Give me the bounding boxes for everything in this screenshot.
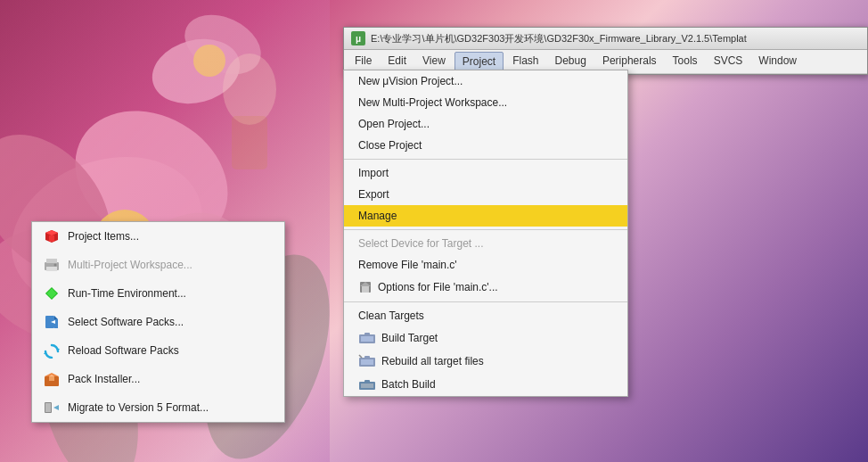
svg-rect-47	[49, 376, 54, 381]
svg-rect-32	[49, 235, 54, 242]
menu-flash[interactable]: Flash	[505, 52, 545, 71]
menu-svcs[interactable]: SVCS	[707, 52, 750, 71]
menu-peripherals[interactable]: Peripherals	[595, 52, 664, 71]
svg-rect-25	[364, 356, 370, 359]
menu-batch-build[interactable]: Batch Build	[344, 373, 627, 396]
menu-edit[interactable]: Edit	[381, 52, 414, 71]
svg-rect-38	[46, 288, 56, 298]
menu-rebuild-all[interactable]: Rebuild all target files	[344, 350, 627, 373]
submenu-reload-packs[interactable]: Reload Software Packs	[32, 336, 284, 365]
project-dropdown-menu: New μVision Project... New Multi-Project…	[343, 70, 628, 397]
svg-rect-34	[46, 259, 57, 263]
pack-installer-icon	[43, 370, 61, 388]
reload-icon	[43, 342, 61, 359]
submenu-runtime-env[interactable]: Run-Time Environment...	[32, 279, 284, 308]
menu-remove-file[interactable]: Remove File 'main.c'	[344, 254, 627, 276]
svg-rect-22	[364, 333, 370, 336]
menu-tools[interactable]: Tools	[666, 52, 705, 71]
menu-view[interactable]: View	[415, 52, 453, 71]
menu-export[interactable]: Export	[344, 184, 627, 205]
menu-close-project[interactable]: Close Project	[344, 135, 627, 156]
svg-point-15	[223, 54, 276, 125]
green-diamond-icon	[43, 285, 61, 302]
svg-rect-28	[361, 384, 373, 388]
menu-file[interactable]: File	[348, 52, 379, 71]
submenu-project-items[interactable]: Project Items...	[32, 222, 284, 251]
menu-open-project[interactable]: Open Project...	[344, 113, 627, 135]
svg-rect-16	[232, 116, 267, 169]
svg-line-26	[359, 355, 362, 358]
svg-rect-29	[364, 380, 370, 383]
svg-rect-21	[361, 336, 373, 342]
submenu-pack-installer[interactable]: Pack Installer...	[32, 365, 284, 393]
menu-build-target[interactable]: Build Target	[344, 326, 627, 350]
batch-icon	[358, 377, 376, 392]
project-items-icon	[43, 227, 61, 245]
rebuild-icon	[358, 354, 376, 368]
menu-select-device: Select Device for Target ...	[344, 233, 627, 254]
menu-debug[interactable]: Debug	[548, 52, 594, 71]
menu-sep-2	[344, 229, 627, 230]
ide-window: μ E:\专业学习\单片机\GD32F303开发环境\GD32F30x_Firm…	[343, 27, 868, 75]
svg-rect-24	[361, 359, 373, 365]
menu-import[interactable]: Import	[344, 162, 627, 184]
submenu-multi-project: Multi-Project Workspace...	[32, 251, 284, 279]
menu-sep-1	[344, 159, 627, 160]
menu-new-multi[interactable]: New Multi-Project Workspace...	[344, 92, 627, 113]
options-file-icon	[358, 280, 373, 294]
submenu-select-packs[interactable]: Select Software Packs...	[32, 308, 284, 336]
menu-project[interactable]: Project	[454, 52, 504, 71]
migrate-icon	[43, 399, 61, 417]
build-icon	[358, 331, 376, 345]
printer-icon	[43, 256, 61, 274]
submenu-migrate[interactable]: Migrate to Version 5 Format...	[32, 393, 284, 422]
menu-manage[interactable]: Manage	[344, 205, 627, 227]
menu-new-uvision[interactable]: New μVision Project...	[344, 70, 627, 92]
ide-titlebar: μ E:\专业学习\单片机\GD32F303开发环境\GD32F30x_Firm…	[344, 28, 867, 50]
ide-icon: μ	[351, 31, 365, 45]
svg-rect-35	[46, 267, 57, 271]
svg-rect-50	[45, 403, 51, 412]
svg-marker-51	[53, 405, 59, 410]
menu-clean-targets[interactable]: Clean Targets	[344, 305, 627, 326]
ide-title: E:\专业学习\单片机\GD32F303开发环境\GD32F30x_Firmwa…	[371, 32, 747, 45]
menu-window[interactable]: Window	[751, 52, 804, 71]
manage-submenu: Project Items... Multi-Project Workspace…	[31, 221, 285, 423]
menu-options-file[interactable]: Options for File 'main.c'...	[344, 276, 627, 299]
svg-point-36	[54, 264, 57, 267]
svg-marker-40	[54, 316, 58, 319]
menu-sep-3	[344, 301, 627, 302]
svg-rect-19	[362, 286, 369, 293]
select-packs-icon	[43, 313, 61, 331]
